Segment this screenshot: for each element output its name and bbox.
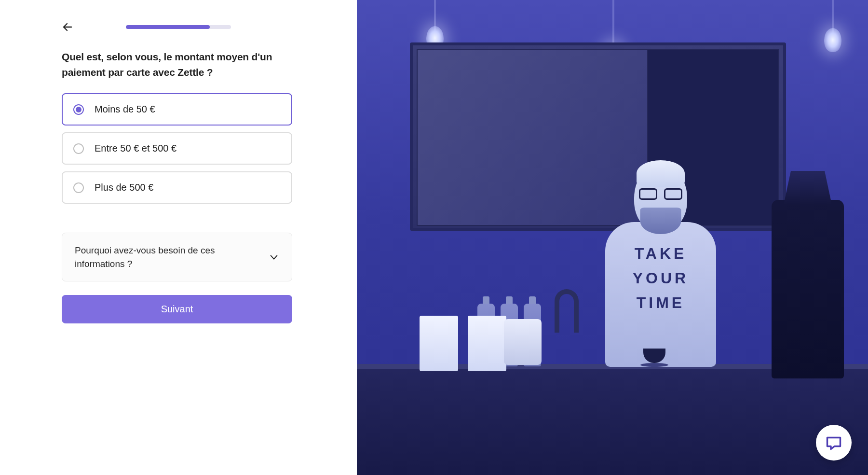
light-bulb-icon (832, 0, 834, 39)
coffee-grinder-illustration (772, 200, 844, 378)
next-button[interactable]: Suivant (62, 295, 292, 323)
shelf-illustration (654, 137, 774, 139)
chat-button[interactable] (816, 425, 852, 461)
progress-bar (126, 25, 231, 29)
back-button[interactable] (62, 21, 73, 33)
shirt-line: YOUR (633, 266, 689, 291)
hero-illustration: TAKE YOUR TIME (357, 0, 868, 475)
radio-option-50-to-500[interactable]: Entre 50 € et 500 € (62, 132, 292, 165)
radio-label: Entre 50 € et 500 € (95, 143, 176, 154)
question-title: Quel est, selon vous, le montant moyen d… (62, 49, 292, 80)
radio-indicator (73, 143, 84, 154)
payment-terminal-illustration (504, 319, 542, 365)
radio-indicator (73, 182, 84, 193)
radio-label: Moins de 50 € (95, 104, 155, 115)
radio-label: Plus de 500 € (95, 182, 153, 193)
shirt-line: TAKE (633, 241, 689, 266)
chevron-down-icon (269, 252, 279, 263)
progress-fill (126, 25, 210, 29)
light-bulb-icon (434, 0, 436, 37)
shirt-text: TAKE YOUR TIME (633, 241, 689, 316)
progress-container (0, 25, 357, 29)
arrow-left-icon (62, 21, 73, 33)
form-panel: Quel est, selon vous, le montant moyen d… (0, 0, 357, 475)
hero-panel: TAKE YOUR TIME (357, 0, 868, 475)
info-accordion-label: Pourquoi avez-vous besoin de ces informa… (75, 244, 248, 270)
faucet-illustration (540, 289, 574, 362)
coffee-bag-illustration (468, 316, 506, 371)
shirt-line: TIME (633, 291, 689, 315)
chat-icon (825, 434, 842, 451)
radio-group: Moins de 50 € Entre 50 € et 500 € Plus d… (62, 93, 292, 204)
content-area: Quel est, selon vous, le montant moyen d… (62, 49, 292, 323)
radio-option-less-than-50[interactable]: Moins de 50 € (62, 93, 292, 126)
info-accordion[interactable]: Pourquoi avez-vous besoin de ces informa… (62, 233, 292, 281)
coffee-bag-illustration (420, 316, 458, 371)
radio-indicator (73, 104, 84, 115)
radio-option-more-than-500[interactable]: Plus de 500 € (62, 171, 292, 204)
